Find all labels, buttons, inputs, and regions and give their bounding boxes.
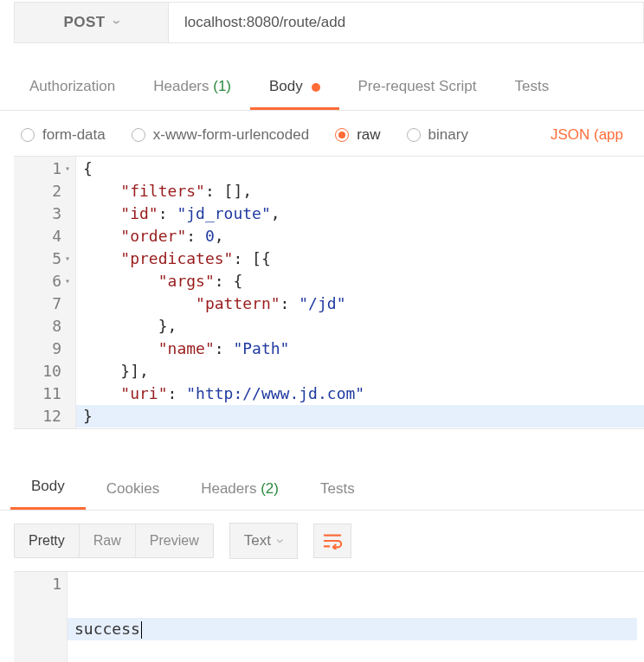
chevron-down-icon: › [109, 20, 125, 25]
resp-headers-count-badge: (2) [261, 480, 279, 497]
radio-binary[interactable]: binary [407, 126, 468, 144]
resp-tab-body[interactable]: Body [10, 467, 86, 510]
view-preview-button[interactable]: Preview [136, 524, 213, 557]
radio-raw[interactable]: raw [335, 126, 380, 144]
fold-icon: ▾ [65, 247, 70, 270]
view-raw-button[interactable]: Raw [80, 524, 136, 557]
url-input[interactable] [168, 2, 644, 43]
response-language-dropdown[interactable]: Text › [229, 523, 298, 559]
response-body-editor[interactable]: 1 success [14, 571, 644, 662]
radio-icon [21, 128, 35, 142]
radio-icon [335, 128, 349, 142]
response-view-mode: Pretty Raw Preview [14, 524, 214, 558]
request-body-editor[interactable]: 1▾ 2▾ 3▾ 4▾ 5▾ 6▾ 7▾ 8▾ 9▾ 10▾ 11▾ 12▾ {… [14, 156, 644, 429]
headers-count-badge: (1) [213, 78, 231, 94]
response-body-code[interactable]: success [68, 572, 644, 662]
resp-line-gutter: 1 [14, 572, 68, 662]
response-toolbar: Pretty Raw Preview Text › [0, 511, 644, 571]
tab-headers[interactable]: Headers (1) [134, 67, 250, 110]
response-tabs: Body Cookies Headers (2) Tests [0, 467, 644, 511]
line-gutter: 1▾ 2▾ 3▾ 4▾ 5▾ 6▾ 7▾ 8▾ 9▾ 10▾ 11▾ 12▾ [14, 157, 76, 428]
wrap-icon [323, 532, 342, 550]
fold-icon: ▾ [65, 157, 70, 180]
cursor-icon [141, 621, 143, 639]
tab-body[interactable]: Body [250, 67, 338, 110]
body-modified-dot-icon [312, 83, 320, 92]
tab-tests[interactable]: Tests [496, 67, 569, 110]
body-type-row: form-data x-www-form-urlencoded raw bina… [0, 111, 644, 156]
resp-tab-tests[interactable]: Tests [299, 470, 376, 510]
http-method-label: POST [63, 14, 105, 31]
radio-form-data[interactable]: form-data [21, 126, 106, 144]
resp-tab-headers[interactable]: Headers (2) [180, 470, 299, 510]
request-body-code[interactable]: { "filters": [], "id": "jd_route", "orde… [76, 157, 371, 428]
wrap-lines-button[interactable] [313, 524, 351, 558]
content-type-dropdown[interactable]: JSON (app [551, 126, 623, 144]
radio-icon [132, 128, 145, 142]
radio-icon [407, 128, 421, 142]
request-tabs: Authorization Headers (1) Body Pre-reque… [0, 67, 644, 111]
view-pretty-button[interactable]: Pretty [15, 524, 80, 557]
tab-authorization[interactable]: Authorization [10, 67, 134, 110]
fold-icon: ▾ [65, 270, 70, 292]
radio-urlencoded[interactable]: x-www-form-urlencoded [132, 126, 309, 144]
tab-prerequest[interactable]: Pre-request Script [339, 67, 496, 110]
chevron-down-icon: › [272, 538, 289, 543]
http-method-selector[interactable]: POST › [14, 2, 168, 43]
resp-tab-cookies[interactable]: Cookies [86, 470, 180, 510]
